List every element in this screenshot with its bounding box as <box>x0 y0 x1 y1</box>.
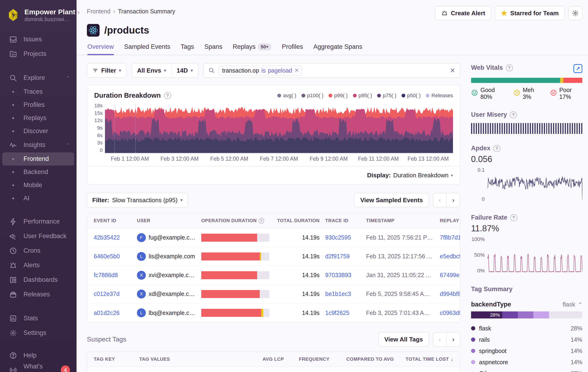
tab-sampled-events[interactable]: Sampled Events <box>124 43 170 55</box>
tag-legend-row[interactable]: rails14% <box>471 334 582 345</box>
apdex-y-min: 0 <box>482 196 485 202</box>
event-id-link[interactable]: c012e37d <box>94 290 119 297</box>
settings-gear-button[interactable] <box>568 6 582 20</box>
sidebar-item-user-feedback[interactable]: User Feedback <box>2 229 74 244</box>
tag-legend-row[interactable]: flask28% <box>471 323 582 334</box>
tab-overview[interactable]: Overview <box>87 43 114 55</box>
tab-spans[interactable]: Spans <box>204 43 222 55</box>
column-header-user[interactable]: USER <box>137 218 196 223</box>
token-remove-icon[interactable]: ✕ <box>294 67 299 74</box>
trace-id-link[interactable]: 1c9f2625 <box>325 309 349 316</box>
sidebar-item-settings[interactable]: Settings <box>2 326 74 340</box>
column-header-operation-duration[interactable]: OPERATION DURATION? <box>201 218 269 223</box>
sidebar-item-what-s-new[interactable]: What's new4 <box>2 363 74 372</box>
external-link-icon[interactable]: ↗ <box>573 64 582 73</box>
sidebar-item-explore[interactable]: Explore⌃ <box>2 71 74 85</box>
org-meta: Empower Plant ▾ dominik.buszowiec… <box>24 8 71 22</box>
legend-item-p75[interactable]: p75( ) <box>377 93 396 99</box>
column-header-total-time-lost[interactable]: TOTAL TIME LOST↓ <box>399 356 453 362</box>
help-circle-icon[interactable]: ? <box>506 64 513 71</box>
display-selector[interactable]: Duration Breakdown <box>393 172 449 179</box>
search-clear-icon[interactable]: ✕ <box>450 67 455 74</box>
sidebar-item-releases[interactable]: Releases <box>2 287 74 302</box>
column-header-trace-id[interactable]: TRACE ID <box>325 218 360 223</box>
tag-name: backendType <box>471 301 511 308</box>
legend-item-p50[interactable]: p50( ) <box>401 93 420 99</box>
replay-id-link[interactable]: e5edbcfe <box>440 253 460 260</box>
events-filter-button[interactable]: Filter: Slow Transactions (p95) ▾ <box>87 193 188 207</box>
trace-id-link[interactable]: 97033893 <box>325 272 351 278</box>
period-selector[interactable]: 14D▾ <box>171 64 198 77</box>
replay-id-link[interactable]: 67499e14 <box>440 272 460 278</box>
suspect-tags-header: Suspect Tags View All Tags ‹ › <box>87 332 460 346</box>
legend-item-Releases[interactable]: Releases <box>426 93 453 99</box>
sidebar-item-frontend[interactable]: •Frontend <box>2 152 74 166</box>
trace-id-link[interactable]: be1b1ec3 <box>325 290 351 297</box>
tag-legend-row[interactable]: Other27% <box>471 368 582 372</box>
column-header-timestamp[interactable]: TIMESTAMP <box>366 218 434 223</box>
search-token[interactable]: transaction.op is pageload ✕ <box>219 65 302 76</box>
sidebar-item-alerts[interactable]: Alerts <box>2 258 74 273</box>
event-id-link[interactable]: fc7886d8 <box>94 272 118 278</box>
tab-label: Tags <box>181 43 194 51</box>
sidebar-item-traces[interactable]: •Traces <box>2 85 74 98</box>
sidebar-item-performance[interactable]: Performance <box>2 214 74 229</box>
legend-item-avg[interactable]: avg( ) <box>277 93 296 99</box>
event-id-link[interactable]: a01d2c26 <box>94 309 119 316</box>
legend-item-p99[interactable]: p99( ) <box>328 93 347 99</box>
legend-item-p95[interactable]: p95( ) <box>353 93 372 99</box>
sidebar-item-replays[interactable]: •Replays <box>2 112 74 125</box>
sidebar-item-crons[interactable]: Crons <box>2 244 74 258</box>
sidebar-item-mobile[interactable]: •Mobile <box>2 179 74 192</box>
help-circle-icon[interactable]: ? <box>164 92 171 99</box>
event-id-link[interactable]: 6460e5b0 <box>94 253 120 260</box>
sidebar-item-issues[interactable]: Issues <box>2 32 74 47</box>
filter-button[interactable]: Filter ▾ <box>87 64 126 77</box>
create-alert-button[interactable]: Create Alert <box>435 6 491 20</box>
tag-legend-row[interactable]: springboot14% <box>471 345 582 357</box>
suspect-pager-prev-button[interactable]: ‹ <box>433 332 447 346</box>
suspect-pager-next-button[interactable]: › <box>447 332 460 346</box>
sidebar-item-insights[interactable]: Insights⌃ <box>2 138 74 152</box>
view-sampled-events-button[interactable]: View Sampled Events <box>354 193 429 207</box>
help-circle-icon[interactable]: ? <box>493 145 500 152</box>
event-id-link[interactable]: 42b35422 <box>94 234 120 241</box>
column-header-replay[interactable]: REPLAY <box>440 218 460 223</box>
breadcrumb-frontend[interactable]: Frontend <box>87 8 110 15</box>
tab-aggregate-spans[interactable]: Aggregate Spans <box>313 43 362 55</box>
sidebar-item-label: Mobile <box>23 181 42 189</box>
help-circle-icon[interactable]: ? <box>510 214 517 221</box>
sidebar-item-dashboards[interactable]: Dashboards <box>2 273 74 287</box>
help-circle-icon[interactable]: ? <box>510 111 517 118</box>
replay-id-link[interactable]: 7f8b7d1a <box>440 234 460 241</box>
sidebar-item-help[interactable]: Help <box>2 348 74 363</box>
sidebar-item-ai[interactable]: •AI <box>2 192 74 205</box>
tab-tags[interactable]: Tags <box>181 43 194 55</box>
sidebar-item-projects[interactable]: Projects <box>2 47 74 61</box>
tag-legend-row[interactable]: aspnetcore14% <box>471 357 582 368</box>
pager-next-button[interactable]: › <box>447 193 460 207</box>
search-bar[interactable]: transaction.op is pageload ✕ ✕ <box>203 63 460 78</box>
replay-id-link[interactable]: c0963d8b <box>440 309 460 316</box>
view-all-tags-button[interactable]: View All Tags <box>378 332 429 346</box>
env-selector[interactable]: All Envs▾ <box>132 64 171 77</box>
tab-profiles[interactable]: Profiles <box>282 43 303 55</box>
replay-id-link[interactable]: d994bf8d <box>440 290 460 297</box>
column-header-total-duration[interactable]: TOTAL DURATION <box>275 218 320 223</box>
pager-prev-button[interactable]: ‹ <box>433 193 447 207</box>
tab-replays[interactable]: Replays50+ <box>233 43 272 55</box>
tag-distribution-bar[interactable]: 28% <box>471 311 582 319</box>
trace-id-link[interactable]: 930c2595 <box>325 234 351 241</box>
org-switcher[interactable]: Empower Plant ▾ dominik.buszowiec… <box>0 6 77 24</box>
column-header-event-id[interactable]: EVENT ID <box>94 218 131 223</box>
starred-for-team-button[interactable]: ★ Starred for Team <box>495 6 565 20</box>
sidebar-item-profiles[interactable]: •Profiles <box>2 98 74 112</box>
trace-id-link[interactable]: d2f91759 <box>325 253 350 260</box>
sidebar-item-stats[interactable]: Stats <box>2 311 74 326</box>
tag-selected-value[interactable]: flask⌃ <box>563 301 582 308</box>
legend-item-p100[interactable]: p100( ) <box>302 93 324 99</box>
duration-chart-plot[interactable] <box>105 103 453 153</box>
sidebar-item-backend[interactable]: •Backend <box>2 166 74 179</box>
sidebar-item-discover[interactable]: •Discover <box>2 125 74 138</box>
help-circle-icon[interactable]: ? <box>259 218 264 223</box>
